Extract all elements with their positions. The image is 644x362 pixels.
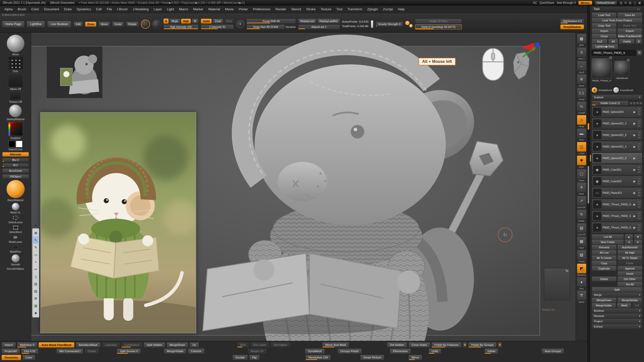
bottom-mergedown[interactable]: MergeDown [167, 342, 188, 348]
subtool-mini-icon[interactable] [637, 212, 641, 214]
draw-button[interactable]: Draw [85, 22, 96, 27]
eraser-brush-icon[interactable]: ◠ [613, 87, 619, 93]
secondary-color-swatch[interactable] [16, 141, 22, 147]
tool-project[interactable]: Project [592, 319, 642, 324]
bottom-dist-0-02[interactable]: Dist 0.02 [21, 348, 38, 354]
subtool-mini-icon[interactable] [637, 122, 641, 124]
subtool-mini-icon[interactable] [637, 108, 641, 110]
visibility-eye-icon[interactable]: ◉ [632, 226, 636, 229]
smooth-valleys-label[interactable]: SmoothValleys [7, 267, 24, 270]
subtool-pm3d-plane3d1[interactable]: ▭PM3D_Plane3D1◉ [592, 187, 642, 198]
select-rect-tool[interactable]: SelectRect [9, 225, 22, 234]
tool-boolean[interactable]: Boolean [592, 308, 642, 313]
menu-zplugin[interactable]: Zplugin [365, 7, 380, 12]
menu-layer[interactable]: Layer [151, 7, 164, 12]
menu-stroke[interactable]: Stroke [304, 7, 318, 12]
subtool-pm3d-sphere3d1-3[interactable]: ●PM3D_Sphere3D1_3◉ [592, 118, 642, 129]
notes-icon[interactable]: ≣ [33, 295, 38, 302]
color-gradient-picker[interactable]: Gradient [8, 122, 23, 140]
tool-r[interactable]: R [635, 39, 642, 44]
menu-brush[interactable]: Brush [15, 7, 28, 12]
subtool-mini-icon[interactable] [637, 206, 641, 208]
bottom-delete[interactable]: Delete [85, 348, 99, 354]
subtool-mini-icon[interactable] [637, 203, 641, 205]
visibility-eye-icon[interactable]: ◉ [632, 145, 636, 148]
visibility-eye-icon[interactable]: ◉ [632, 122, 636, 125]
subtool-mini-icon[interactable] [637, 155, 641, 157]
menu-picker[interactable]: Picker [236, 7, 250, 12]
current-brush-preview[interactable] [141, 20, 150, 29]
menu-marker[interactable]: Marker [191, 7, 206, 12]
tool-delete[interactable]: Delete [592, 276, 617, 282]
draw-size-slider[interactable]: Draw Size 80.22444 [247, 24, 285, 29]
select-lasso-tool[interactable]: SelectLasso [8, 215, 23, 224]
tool-new-folder[interactable]: New Folder [592, 239, 624, 245]
tool-lightbox-tools[interactable]: Lightbox▶Tools [592, 44, 618, 49]
tool-uv[interactable]: UV [632, 303, 642, 308]
obj-shadow-slider[interactable]: ObjShadow 0.3 [560, 19, 584, 24]
mrgb-button[interactable]: Mrgb [169, 19, 180, 24]
subtool-pm3d-sphere3d3[interactable]: ●PM3D_Sphere3D3◉ [592, 106, 642, 117]
subtool-mini-icon[interactable] [637, 134, 641, 136]
menu-render[interactable]: Render [273, 7, 289, 12]
window-control-icons[interactable]: ▥ ⊞ ▤ ◫ ▣ [620, 1, 641, 5]
tool-item[interactable]: ▼ [634, 234, 642, 239]
live-boolean-button[interactable]: Live Boolean [47, 21, 71, 27]
bottom-midvalue-0[interactable]: MidValue 0 [17, 342, 37, 348]
deep-shadow-button[interactable]: DeepShadow [560, 24, 584, 29]
menu-preferences[interactable]: Preferences [251, 7, 273, 12]
tray-item-aahalf[interactable]: ½AAHalf [577, 101, 586, 115]
subtool-mini-icon[interactable] [637, 160, 641, 162]
simple-brush-icon[interactable]: S [592, 87, 597, 93]
subtool-pm3d-sphere3d1-4[interactable]: ●PM3D_Sphere3D1_4◉ [592, 141, 642, 152]
tool-preview-image[interactable]: 22 [592, 58, 612, 78]
subtool-pm3d-sphere3d1-8[interactable]: ●PM3D_Sphere3D1_8◉ [592, 129, 642, 141]
texture-on-label[interactable]: Texture On [542, 308, 555, 311]
tool-rename[interactable]: Rename [592, 245, 617, 250]
subtool-mini-icon[interactable] [637, 111, 641, 113]
subtool-mini-icon[interactable] [637, 217, 641, 219]
tray-item-move[interactable]: ✛Move [577, 182, 586, 196]
menu-macro[interactable]: Macro [177, 7, 190, 12]
subtool-mini-icon[interactable] [637, 227, 641, 229]
tool-make-polymesh3d[interactable]: Make PolyMesh3D [617, 33, 642, 39]
current-tool-thumbnail[interactable]: 22 PM3D_TPose1_P [592, 58, 612, 82]
main-color-swatch[interactable] [9, 141, 15, 147]
tool-extract[interactable]: Extract [592, 324, 642, 329]
bottom-blank[interactable] [498, 342, 502, 348]
menu-edit[interactable]: Edit [94, 7, 104, 12]
tray-item-solo[interactable]: ●Solo [577, 277, 586, 290]
subtool-mini-icon[interactable] [637, 131, 641, 133]
focal-shift-slider[interactable]: Focal Shift 48 [247, 19, 296, 24]
angle-of-view-icon[interactable] [405, 21, 413, 27]
trash-icon[interactable]: ▯ [33, 273, 38, 280]
tool-split[interactable]: Split [592, 287, 642, 292]
tool-load-tools-from-project[interactable]: Load Tools From Project [592, 18, 642, 23]
bottom-split-hidden[interactable]: Split Hidden [144, 342, 165, 348]
tool-paste[interactable]: Paste [617, 260, 642, 266]
bottom-groups-polish[interactable]: Groups Polish [338, 348, 362, 354]
points-scroll-pill[interactable] [371, 20, 373, 28]
home-page-button[interactable]: Home Page [2, 21, 24, 27]
adjust-last-slider[interactable]: AdjustLast 1 [298, 24, 340, 29]
mask-lasso-tool[interactable]: MaskLasso [9, 235, 22, 243]
tool-duplicate[interactable]: Duplicate [592, 266, 617, 271]
tool-remesh[interactable]: Remesh [592, 313, 642, 319]
visibility-eye-icon[interactable]: ◉ [632, 157, 636, 160]
z-intensity-slider[interactable]: Z Intensity 51 [201, 24, 234, 29]
subtool-section-header[interactable]: Subtool [592, 95, 642, 100]
draw-size-dial-icon[interactable]: S [236, 20, 244, 28]
subtool-pm3d-cube3d1[interactable]: ◼PM3D_Cube3D1◉ [592, 164, 642, 175]
tool-append[interactable]: Append [617, 266, 642, 271]
menu-alpha[interactable]: Alpha [2, 7, 15, 12]
bottom-dynamesh[interactable]: DynaMesh [305, 348, 325, 354]
bottom-uv[interactable]: Uv [189, 342, 199, 348]
menu-material[interactable]: Material [206, 7, 222, 12]
tray-item-actual[interactable]: 1:1Actual [577, 88, 586, 101]
ac-label[interactable]: AC [533, 1, 537, 5]
edit-button[interactable]: Edit [73, 22, 83, 27]
bottom-geometry[interactable]: Geometry [2, 355, 21, 360]
menu-dynamics[interactable]: Dynamics [74, 7, 93, 12]
scale-mode-button[interactable]: Scale [112, 22, 124, 27]
subtool-mini-icon[interactable] [637, 189, 641, 191]
